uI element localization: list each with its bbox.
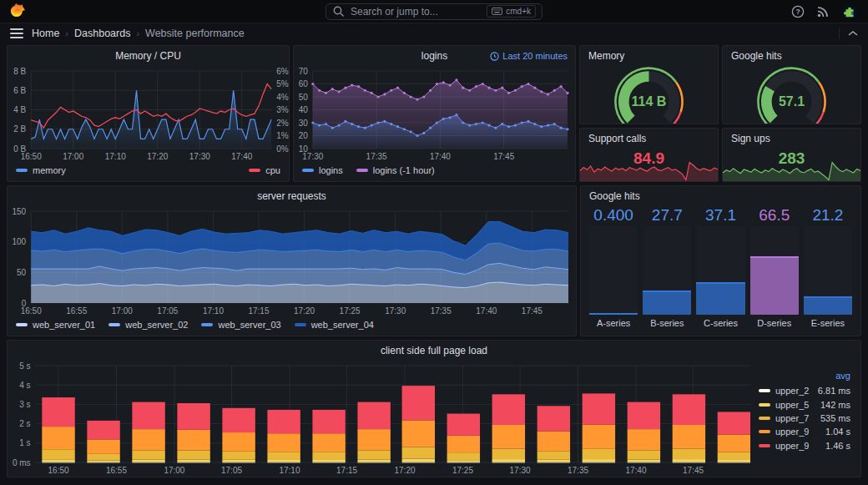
legend-item[interactable]: web_server_03 [201, 320, 280, 330]
legend-item[interactable]: logins [302, 165, 343, 175]
svg-text:100: 100 [13, 237, 27, 246]
breadcrumb-item[interactable]: Dashboards [74, 28, 130, 39]
panel-page-load: client side full page load 0 ms1 s2 s3 s… [7, 340, 861, 477]
svg-text:17:10: 17:10 [105, 152, 126, 161]
svg-text:17:15: 17:15 [248, 306, 269, 316]
svg-text:60: 60 [299, 79, 309, 88]
clock-icon [490, 52, 499, 61]
shortcut-badge: cmd+k [487, 5, 536, 18]
page-load-chart[interactable]: 0 ms1 s2 s3 s4 s5 s16:5016:5517:0017:051… [8, 361, 759, 477]
legend-item[interactable]: web_server_01 [16, 320, 95, 330]
google-hits-gauge[interactable]: 57.1 [723, 66, 860, 124]
breadcrumb-item[interactable]: Home [32, 28, 59, 39]
svg-text:114 B: 114 B [632, 93, 667, 109]
panel-title[interactable]: server requests [8, 186, 576, 206]
svg-text:17:40: 17:40 [231, 152, 252, 161]
breadcrumb-separator: › [65, 28, 68, 38]
legend-item[interactable]: upper_951.46 s [759, 439, 850, 452]
svg-text:17:45: 17:45 [683, 466, 704, 475]
time-range-picker[interactable]: Last 20 minutes [490, 46, 568, 66]
legend-swatch [759, 430, 770, 433]
bargauge-column[interactable]: 27.7B-series [643, 206, 691, 330]
breadcrumb-item[interactable]: Website performance [145, 28, 245, 39]
panel-google-hits-bargauge: Google hits 0.400A-series27.7B-series37.… [580, 185, 861, 336]
panel-title[interactable]: Memory [580, 46, 718, 66]
server-requests-legend: web_server_01web_server_02web_server_03w… [8, 317, 576, 336]
svg-text:17:35: 17:35 [366, 152, 387, 161]
bargauge-fill [696, 282, 744, 315]
grafana-logo-icon[interactable] [10, 3, 27, 20]
legend-item[interactable]: upper_75535 ms [759, 412, 850, 425]
legend-swatch [302, 169, 314, 172]
svg-text:17:25: 17:25 [340, 306, 361, 316]
panel-title[interactable]: Sign ups [723, 129, 860, 149]
bargauge-fill [750, 256, 799, 315]
panel-support-calls: Support calls 84.9 [579, 128, 719, 182]
svg-text:40: 40 [299, 105, 309, 114]
logins-chart[interactable]: 1020304050607017:3017:3517:4017:45 [294, 66, 575, 163]
bargauge-column[interactable]: 21.2E-series [804, 206, 852, 330]
svg-text:6%: 6% [276, 67, 289, 76]
svg-text:0 ms: 0 ms [13, 458, 31, 467]
panel-title[interactable]: Support calls [580, 129, 718, 149]
legend-item[interactable]: upper_256.81 ms [759, 384, 850, 397]
help-icon[interactable]: ? [791, 5, 805, 18]
svg-text:17:35: 17:35 [568, 466, 588, 475]
page-load-legend: avgupper_256.81 msupper_50142 msupper_75… [759, 361, 860, 477]
panel-title[interactable]: Google hits [723, 46, 860, 66]
legend-swatch [759, 444, 770, 447]
news-rss-icon[interactable] [816, 5, 830, 18]
svg-text:17:30: 17:30 [385, 306, 406, 316]
legend-item[interactable]: memory [16, 165, 66, 175]
panel-title[interactable]: Google hits [581, 186, 860, 206]
bargauge-value: 27.7 [643, 206, 691, 226]
legend-swatch [16, 323, 28, 326]
legend-item[interactable]: upper_901.04 s [759, 425, 850, 438]
svg-text:16:50: 16:50 [21, 152, 42, 161]
svg-text:17:45: 17:45 [522, 306, 542, 316]
svg-text:17:25: 17:25 [452, 466, 473, 475]
svg-text:17:05: 17:05 [157, 306, 178, 316]
memory-cpu-chart[interactable]: 0 B2 B4 B6 B8 B0%1%2%3%4%5%6%16:5017:001… [8, 66, 289, 163]
legend-item[interactable]: web_server_02 [108, 320, 188, 330]
panel-title[interactable]: Memory / CPU [8, 46, 289, 66]
legend-item[interactable]: logins (-1 hour) [356, 165, 435, 175]
search-input[interactable]: Search or jump to... cmd+k [326, 3, 542, 20]
svg-text:70: 70 [299, 67, 309, 76]
svg-text:17:20: 17:20 [294, 306, 315, 316]
svg-text:17:05: 17:05 [221, 466, 242, 475]
bargauge-column[interactable]: 37.1C-series [696, 206, 744, 330]
panel-title[interactable]: logins Last 20 minutes [294, 46, 575, 66]
svg-text:?: ? [795, 8, 800, 16]
profile-avatar[interactable] [841, 3, 858, 20]
google-hits-bargauge[interactable]: 0.400A-series27.7B-series37.1C-series66.… [581, 206, 860, 336]
svg-text:3 s: 3 s [19, 400, 30, 409]
bargauge-label: E-series [804, 315, 852, 330]
breadcrumb-row: Home›Dashboards›Website performance [0, 23, 868, 43]
support-calls-stat[interactable]: 84.9 [580, 149, 718, 181]
bargauge-column[interactable]: 66.5D-series [750, 206, 799, 330]
svg-text:0%: 0% [276, 144, 289, 154]
legend-item[interactable]: upper_50142 ms [759, 397, 850, 411]
puzzle-icon [842, 4, 857, 19]
legend-item[interactable]: cpu [249, 165, 280, 175]
panel-title[interactable]: client side full page load [8, 341, 860, 361]
svg-text:16:50: 16:50 [21, 306, 42, 316]
legend-avg-header[interactable]: avg [759, 371, 850, 384]
svg-text:17:30: 17:30 [510, 466, 531, 475]
legend-item[interactable]: web_server_04 [295, 320, 374, 330]
bargauge-column[interactable]: 0.400A-series [589, 206, 638, 330]
collapse-chevron-up-icon[interactable] [848, 30, 858, 37]
legend-swatch [295, 323, 306, 326]
memory-cpu-legend: memorycpu [8, 163, 289, 181]
svg-text:17:40: 17:40 [476, 306, 497, 316]
top-bar: Search or jump to... cmd+k ? [0, 0, 868, 23]
svg-text:1 s: 1 s [19, 438, 30, 447]
server-requests-chart[interactable]: 05010015016:5016:5517:0017:0517:1017:151… [8, 206, 576, 317]
menu-hamburger-icon[interactable] [10, 28, 23, 38]
bargauge-value: 66.5 [750, 206, 799, 226]
bargauge-value: 37.1 [696, 206, 744, 226]
memory-gauge[interactable]: 114 B [580, 66, 718, 124]
bargauge-fill [643, 290, 691, 315]
sign-ups-stat[interactable]: 283 [723, 149, 860, 181]
